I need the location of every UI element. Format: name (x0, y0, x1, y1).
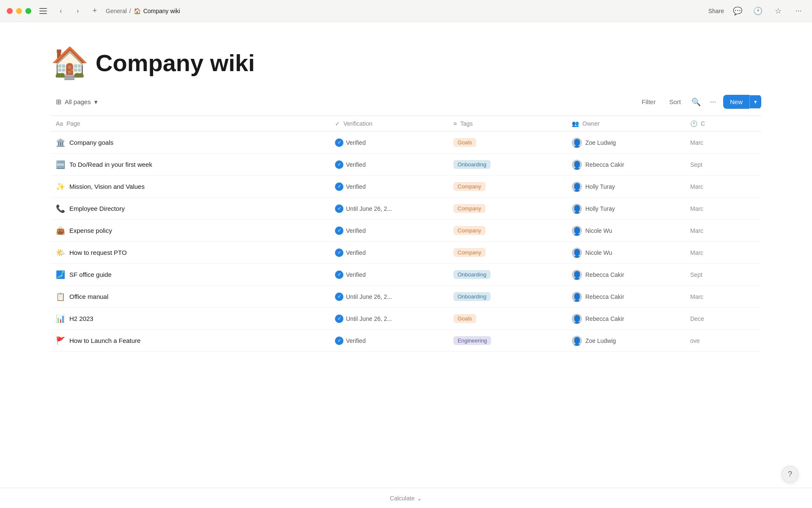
maximize-button[interactable] (25, 8, 31, 14)
verified-icon: ✓ (335, 271, 343, 279)
share-button[interactable]: Share (708, 8, 724, 14)
breadcrumb-parent[interactable]: General (106, 8, 127, 14)
date-cell: Marc (685, 178, 761, 195)
person-icon: 👤 (572, 337, 582, 346)
page-name: Company goals (69, 139, 113, 146)
avatar: 👤 (572, 204, 582, 214)
titlebar: ‹ › + General / 🏠 Company wiki Share 💬 🕐… (0, 0, 812, 22)
new-tab-button[interactable]: + (89, 5, 101, 17)
verified-icon: ✓ (335, 160, 343, 169)
verification-label: Verified (346, 227, 366, 234)
new-page-button[interactable]: New (723, 95, 749, 109)
new-page-dropdown-button[interactable]: ▾ (749, 95, 761, 108)
more-options-button[interactable]: ··· (792, 4, 805, 18)
page-cell: 📋 Office manual (51, 287, 330, 306)
filter-button[interactable]: Filter (636, 96, 661, 108)
column-header-date: 🕐 C (685, 120, 761, 127)
avatar: 👤 (572, 160, 582, 170)
header-actions: Share 💬 🕐 ☆ ··· (708, 4, 805, 18)
calculate-bar: Calculate ⌄ (0, 488, 812, 508)
table-row[interactable]: 🚩 How to Launch a Feature ✓ Verified Eng… (51, 330, 761, 352)
verification-cell: ✓ Verified (330, 177, 448, 196)
avatar: 👤 (572, 226, 582, 236)
tag-cell: Company (448, 221, 567, 240)
view-selector-button[interactable]: ⊞ All pages ▾ (51, 95, 103, 108)
table-row[interactable]: 🗾 SF office guide ✓ Verified Onboarding … (51, 264, 761, 286)
page-emoji: 🏠 (51, 47, 89, 78)
tag-cell: Onboarding (448, 265, 567, 284)
person-icon: 👤 (572, 271, 582, 280)
page-cell: 🗾 SF office guide (51, 265, 330, 284)
tags-icon: ≡ (453, 120, 457, 127)
tag-badge: Onboarding (453, 292, 491, 301)
help-button[interactable]: ? (782, 466, 798, 483)
table-row[interactable]: 🏛️ Company goals ✓ Verified Goals 👤 Zoe … (51, 132, 761, 154)
sort-button[interactable]: Sort (664, 96, 686, 108)
page-name: Office manual (69, 293, 108, 300)
star-icon: ☆ (775, 6, 782, 16)
table-row[interactable]: 🆕 To Do/Read in your first week ✓ Verifi… (51, 154, 761, 176)
tag-cell: Company (448, 199, 567, 218)
page-name: To Do/Read in your first week (69, 161, 152, 168)
verified-icon: ✓ (335, 315, 343, 323)
person-icon: 👤 (572, 293, 582, 302)
search-button[interactable]: 🔍 (689, 95, 703, 109)
more-view-options-button[interactable]: ··· (706, 95, 720, 109)
hamburger-icon (39, 13, 47, 14)
column-header-owner: 👥 Owner (567, 120, 685, 127)
search-icon: 🔍 (691, 97, 701, 107)
table-row[interactable]: 🌤️ How to request PTO ✓ Verified Company… (51, 242, 761, 264)
toolbar: ⊞ All pages ▾ Filter Sort 🔍 ··· New ▾ (51, 95, 761, 109)
date-cell: Sept (685, 266, 761, 283)
table-row[interactable]: 👜 Expense policy ✓ Verified Company 👤 Ni… (51, 220, 761, 242)
hamburger-icon (39, 8, 47, 9)
person-icon: 👤 (572, 315, 582, 324)
tag-cell: Onboarding (448, 287, 567, 306)
table-row[interactable]: ✨ Mission, Vision and Values ✓ Verified … (51, 176, 761, 198)
tag-cell: Onboarding (448, 155, 567, 174)
minimize-button[interactable] (16, 8, 22, 14)
date-cell: Sept (685, 156, 761, 173)
chevron-down-icon: ▾ (94, 98, 98, 106)
page-name: SF office guide (69, 271, 112, 278)
verification-label: Verified (346, 249, 366, 256)
favorite-button[interactable]: ☆ (771, 4, 785, 18)
verified-icon: ✓ (335, 226, 343, 235)
breadcrumb: General / 🏠 Company wiki (106, 8, 180, 14)
close-button[interactable] (7, 8, 13, 14)
owner-cell: 👤 Nicole Wu (567, 221, 685, 241)
ellipsis-icon: ··· (710, 97, 716, 106)
tag-badge: Goals (453, 314, 476, 323)
date-cell: Marc (685, 288, 761, 305)
owner-cell: 👤 Rebecca Cakir (567, 155, 685, 175)
owner-cell: 👤 Holly Turay (567, 177, 685, 197)
page-cell: 🏛️ Company goals (51, 133, 330, 152)
table-row[interactable]: 📞 Employee Directory ✓ Until June 26, 2.… (51, 198, 761, 220)
table-row[interactable]: 📋 Office manual ✓ Until June 26, 2... On… (51, 286, 761, 308)
person-icon: 👤 (572, 249, 582, 258)
page-name: Expense policy (69, 227, 112, 234)
table-row[interactable]: 📊 H2 2023 ✓ Until June 26, 2... Goals 👤 … (51, 308, 761, 330)
comments-button[interactable]: 💬 (731, 4, 744, 18)
column-header-verification-label: Verification (343, 120, 372, 127)
history-button[interactable]: 🕐 (751, 4, 765, 18)
row-icon: 🚩 (56, 336, 65, 345)
verified-icon: ✓ (335, 293, 343, 301)
verified-icon: ✓ (335, 204, 343, 213)
tag-badge: Company (453, 204, 486, 213)
sidebar-toggle-button[interactable] (36, 4, 50, 18)
row-icon: 🌤️ (56, 248, 65, 257)
verification-cell: ✓ Verified (330, 155, 448, 174)
verification-cell: ✓ Verified (330, 221, 448, 240)
calculate-button[interactable]: Calculate ⌄ (390, 495, 422, 502)
forward-button[interactable]: › (72, 5, 84, 17)
verified-icon: ✓ (335, 337, 343, 345)
owner-cell: 👤 Holly Turay (567, 199, 685, 219)
column-header-date-label: C (701, 120, 705, 127)
verification-icon: ✓ (335, 120, 340, 127)
text-icon: Aa (56, 120, 63, 127)
page-cell: 🆕 To Do/Read in your first week (51, 155, 330, 174)
people-icon: 👥 (572, 120, 579, 127)
owner-name: Nicole Wu (585, 249, 612, 256)
back-button[interactable]: ‹ (55, 5, 67, 17)
